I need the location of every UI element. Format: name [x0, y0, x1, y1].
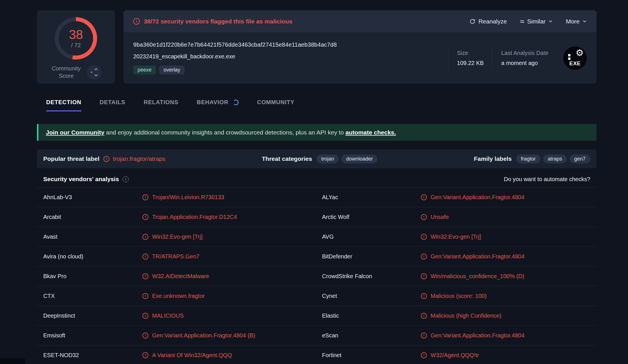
- tag-pill-fragtor[interactable]: fragtor: [516, 155, 540, 163]
- vendor-result-text: A Variant Of Win32/Agent.QQQ: [152, 352, 232, 359]
- vendor-result: ! Gen:Variant.Application.Fragtor.4804: [421, 332, 596, 339]
- chevron-down-icon: [548, 19, 553, 23]
- tag-pill-gen7[interactable]: gen7: [570, 155, 590, 163]
- file-identity: 9ba360e1d1f220b6e7e7b64421f576dde3463cba…: [133, 41, 337, 74]
- alert-icon: !: [421, 313, 427, 319]
- vendor-result-text: TR/ATRAPS.Gen7: [152, 253, 199, 260]
- vote-widget[interactable]: [87, 65, 101, 80]
- threat-categories-group: Threat categories trojandownloader: [262, 155, 377, 163]
- table-row: Arcabit ! Trojan.Application.Fragtor.D12…: [37, 207, 596, 227]
- vendor-result-text: W32/Agent.QQQ!tr: [431, 352, 479, 359]
- tag-pill-downloader[interactable]: downloader: [342, 155, 377, 163]
- vendor-name: eScan: [322, 332, 421, 339]
- similar-button[interactable]: ≈ Similar: [520, 18, 553, 25]
- vendor-result: ! MALICIOUS: [142, 312, 322, 319]
- community-score: Community Score: [50, 65, 101, 80]
- tab-detection[interactable]: DETECTION: [46, 99, 81, 111]
- chevron-down-icon[interactable]: [94, 73, 98, 76]
- header-top-bar: ! 38/72 security vendors flagged this fi…: [123, 10, 596, 32]
- tag-pill-trojan[interactable]: trojan: [317, 155, 339, 163]
- alert-icon: !: [103, 156, 109, 162]
- vendor-name: CTX: [43, 293, 142, 299]
- threat-categories-label: Threat categories: [262, 155, 312, 162]
- gear-icon: ⚙: [576, 48, 584, 58]
- table-row: Bkav Pro ! W32.AIDetectMalware CrowdStri…: [37, 266, 596, 286]
- vendor-name: Arcabit: [43, 214, 142, 220]
- automate-checks-link[interactable]: automate checks.: [346, 129, 396, 136]
- tag-pill-overlay[interactable]: overlay: [159, 66, 185, 74]
- vote-chevrons: [95, 69, 97, 76]
- vendor-result: ! Trojan.Application.Fragtor.D12C4: [142, 214, 322, 220]
- threat-categories: trojandownloader: [317, 155, 377, 163]
- tab-details[interactable]: DETAILS: [100, 99, 125, 111]
- score-card: 38 / 72 Community Score: [37, 10, 115, 84]
- reanalyze-button[interactable]: Reanalyze: [469, 18, 507, 25]
- chevron-up-icon[interactable]: [94, 68, 98, 72]
- vendor-result-text: Gen:Variant.Application.Fragtor.4804: [431, 194, 525, 201]
- more-button[interactable]: More: [566, 18, 587, 25]
- family-labels-label: Family labels: [474, 155, 512, 162]
- table-row: Avast ! Win32:Evo-gen [Trj] AVG ! Win32:…: [37, 227, 596, 246]
- join-community-link[interactable]: Join our Community: [46, 129, 104, 136]
- table-row: DeepInstinct ! MALICIOUS Elastic ! Malic…: [37, 306, 596, 325]
- table-row: ESET-NOD32 ! A Variant Of Win32/Agent.QQ…: [37, 345, 596, 364]
- tab-relations[interactable]: RELATIONS: [144, 99, 178, 111]
- divider: [448, 46, 448, 70]
- vendor-result-text: Unsafe: [431, 214, 449, 220]
- page: 38 / 72 Community Score: [0, 0, 628, 364]
- warning-text: 38/72 security vendors flagged this file…: [144, 18, 292, 25]
- tag-pill-peexe[interactable]: peexe: [133, 66, 156, 74]
- vendor-name: Avira (no cloud): [43, 253, 142, 260]
- vendor-result-text: Malicious (high Confidence): [431, 312, 501, 319]
- vendor-name: Elastic: [322, 312, 421, 319]
- vendor-result-text: Exe.unknown.fragtor: [152, 293, 205, 299]
- chevron-down-icon: [582, 19, 587, 23]
- top-section: 38 / 72 Community Score: [37, 10, 596, 84]
- tabs: DETECTION DETAILS RELATIONS BEHAVIOR COM…: [37, 99, 596, 111]
- file-size: Size 109.22 KB: [457, 50, 484, 66]
- vendor-result-text: Win/malicious_confidence_100% (D): [431, 273, 524, 280]
- vendor-name: Emsisoft: [43, 332, 142, 339]
- vendor-result: ! Win/malicious_confidence_100% (D): [421, 273, 596, 280]
- file-meta: Size 109.22 KB Last Analysis Date a mome…: [448, 46, 587, 70]
- vendor-result: ! A Variant Of Win32/Agent.QQQ: [142, 352, 322, 359]
- table-row: Emsisoft ! Gen:Variant.Application.Fragt…: [37, 325, 596, 345]
- alert-icon: !: [142, 214, 148, 220]
- vendor-name: DeepInstinct: [43, 312, 142, 319]
- alert-icon: !: [421, 273, 427, 279]
- table-row: Avira (no cloud) ! TR/ATRAPS.Gen7 BitDef…: [37, 246, 596, 266]
- alert-icon: !: [142, 273, 148, 279]
- vendor-result-text: Trojan/Win.Leivion.R730133: [152, 194, 224, 201]
- file-hash[interactable]: 9ba360e1d1f220b6e7e7b64421f576dde3463cba…: [133, 41, 337, 48]
- score-total: / 72: [71, 42, 81, 49]
- vendor-result: ! Exe.unknown.fragtor: [142, 293, 322, 299]
- vendor-name: BitDefender: [322, 253, 421, 260]
- detection-score-donut: 38 / 72: [55, 17, 97, 60]
- info-icon[interactable]: i: [123, 176, 129, 182]
- vendor-result: ! Gen:Variant.Application.Fragtor.4804 (…: [142, 332, 322, 339]
- tag-pill-atraps[interactable]: atraps: [543, 155, 567, 163]
- last-analysis: Last Analysis Date a moment ago: [501, 50, 548, 66]
- vendor-result: ! Win32:Evo-gen [Trj]: [142, 234, 322, 240]
- size-value: 109.22 KB: [457, 60, 484, 66]
- family-labels: fragtoratrapsgen7: [516, 155, 590, 163]
- automate-checks-prompt[interactable]: Do you want to automate checks?: [504, 176, 590, 183]
- vendor-name: CrowdStrike Falcon: [322, 273, 421, 280]
- popular-threat-label: Popular threat label: [43, 155, 99, 162]
- threat-label-value[interactable]: trojan.fragtor/atraps: [113, 155, 165, 162]
- file-tags: peexeoverlay: [133, 66, 337, 74]
- file-header-card: ! 38/72 security vendors flagged this fi…: [123, 10, 596, 84]
- family-labels-group: Family labels fragtoratrapsgen7: [474, 155, 590, 163]
- tab-community[interactable]: COMMUNITY: [257, 99, 295, 111]
- popular-threat-label-group: Popular threat label ! trojan.fragtor/at…: [43, 155, 165, 162]
- vendor-result-text: Gen:Variant.Application.Fragtor.4804: [431, 332, 525, 339]
- tab-behavior[interactable]: BEHAVIOR: [197, 99, 239, 111]
- vendors-table: AhnLab-V3 ! Trojan/Win.Leivion.R730133 A…: [37, 187, 596, 364]
- tab-label: BEHAVIOR: [197, 99, 228, 106]
- alert-icon: !: [142, 313, 148, 319]
- alert-icon: !: [421, 214, 427, 220]
- vendor-result: ! Win32:Evo-gen [Trj]: [421, 234, 596, 240]
- header-actions: Reanalyze ≈ Similar More: [469, 18, 587, 25]
- bottom-left-widget: [0, 358, 25, 364]
- vendor-result-text: MALICIOUS: [152, 312, 184, 319]
